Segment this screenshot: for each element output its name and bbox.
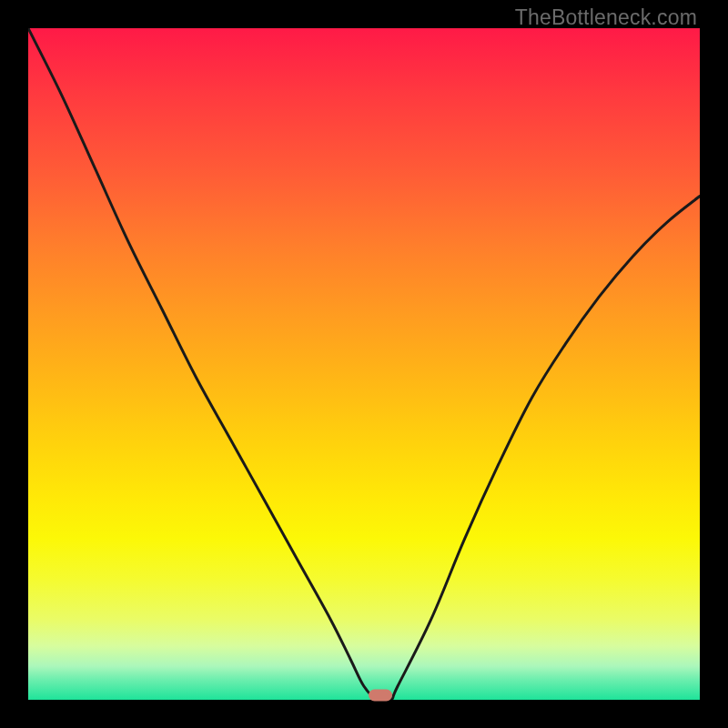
plot-area [28,28,700,700]
bottleneck-curve [28,28,700,700]
optimal-marker [369,689,392,701]
watermark-text: TheBottleneck.com [515,5,697,30]
chart-frame: TheBottleneck.com [0,0,728,728]
